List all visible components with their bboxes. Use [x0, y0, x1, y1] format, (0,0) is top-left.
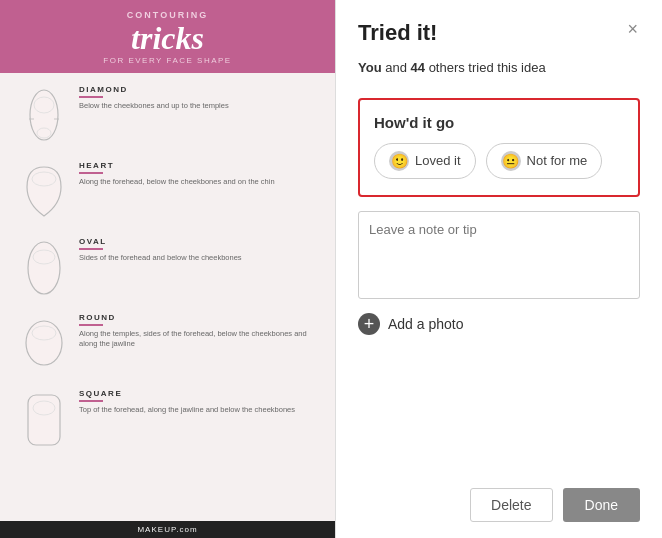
dialog-footer: Delete Done	[358, 488, 640, 522]
tried-and: and	[385, 60, 410, 75]
dialog-title: Tried it!	[358, 20, 437, 46]
face-info-square: SQUARE Top of the forehead, along the ja…	[79, 385, 319, 415]
face-item-oval: OVAL Sides of the forehead and below the…	[16, 233, 319, 301]
tried-number: 44	[411, 60, 425, 75]
face-label-line-square	[79, 400, 103, 402]
face-label-line-round	[79, 324, 103, 326]
tried-count-text: You and 44 others tried this idea	[358, 58, 640, 78]
face-item-round: ROUND Along the temples, sides of the fo…	[16, 309, 319, 377]
brand-bar: MAKEUP.com	[0, 521, 335, 538]
face-desc-square: Top of the forehead, along the jawline a…	[79, 405, 319, 416]
face-info-heart: HEART Along the forehead, below the chee…	[79, 157, 319, 187]
face-item-square: SQUARE Top of the forehead, along the ja…	[16, 385, 319, 453]
done-button[interactable]: Done	[563, 488, 640, 522]
howd-it-go-box: How'd it go 🙂 Loved it 😐 Not for me	[358, 98, 640, 197]
svg-point-8	[26, 321, 62, 365]
face-oval-oval	[16, 233, 71, 301]
brand-text: MAKEUP.com	[137, 525, 197, 534]
note-textarea[interactable]	[358, 211, 640, 299]
banner-sub: FOR EVERY FACE SHAPE	[0, 56, 335, 65]
svg-point-0	[30, 90, 58, 140]
tried-you: You	[358, 60, 382, 75]
face-label-line-heart	[79, 172, 103, 174]
add-photo-label[interactable]: Add a photo	[388, 316, 464, 332]
tried-it-dialog: Tried it! × You and 44 others tried this…	[335, 0, 662, 538]
banner-main: tricks	[0, 22, 335, 54]
not-for-me-button[interactable]: 😐 Not for me	[486, 143, 603, 179]
dialog-header: Tried it! ×	[358, 20, 640, 46]
face-oval-square	[16, 385, 71, 453]
face-oval-diamond	[16, 81, 71, 149]
face-info-round: ROUND Along the temples, sides of the fo…	[79, 309, 319, 350]
banner: CONTOURING tricks FOR EVERY FACE SHAPE	[0, 0, 335, 73]
face-label-line-oval	[79, 248, 103, 250]
face-desc-diamond: Below the cheekbones and up to the templ…	[79, 101, 319, 112]
face-label-diamond: DIAMOND	[79, 85, 319, 94]
reaction-buttons: 🙂 Loved it 😐 Not for me	[374, 143, 624, 179]
loved-emoji-icon: 🙂	[389, 151, 409, 171]
face-label-round: ROUND	[79, 313, 319, 322]
face-info-oval: OVAL Sides of the forehead and below the…	[79, 233, 319, 263]
face-label-oval: OVAL	[79, 237, 319, 246]
not-for-me-emoji-icon: 😐	[501, 151, 521, 171]
tried-suffix: others tried this idea	[429, 60, 546, 75]
face-oval-round	[16, 309, 71, 377]
svg-rect-10	[28, 395, 60, 445]
howd-title: How'd it go	[374, 114, 624, 131]
add-photo-icon: +	[358, 313, 380, 335]
loved-it-label: Loved it	[415, 153, 461, 168]
face-desc-heart: Along the forehead, below the cheekbones…	[79, 177, 319, 188]
face-label-heart: HEART	[79, 161, 319, 170]
face-desc-oval: Sides of the forehead and below the chee…	[79, 253, 319, 264]
left-panel: CONTOURING tricks FOR EVERY FACE SHAPE D…	[0, 0, 335, 538]
face-info-diamond: DIAMOND Below the cheekbones and up to t…	[79, 81, 319, 111]
loved-it-button[interactable]: 🙂 Loved it	[374, 143, 476, 179]
face-label-square: SQUARE	[79, 389, 319, 398]
not-for-me-label: Not for me	[527, 153, 588, 168]
add-photo-row: + Add a photo	[358, 313, 640, 335]
face-list: DIAMOND Below the cheekbones and up to t…	[0, 73, 335, 469]
face-oval-heart	[16, 157, 71, 225]
banner-top: CONTOURING	[0, 10, 335, 20]
close-button[interactable]: ×	[625, 20, 640, 38]
face-item-diamond: DIAMOND Below the cheekbones and up to t…	[16, 81, 319, 149]
face-label-line-diamond	[79, 96, 103, 98]
delete-button[interactable]: Delete	[470, 488, 552, 522]
face-item-heart: HEART Along the forehead, below the chee…	[16, 157, 319, 225]
face-desc-round: Along the temples, sides of the forehead…	[79, 329, 319, 350]
